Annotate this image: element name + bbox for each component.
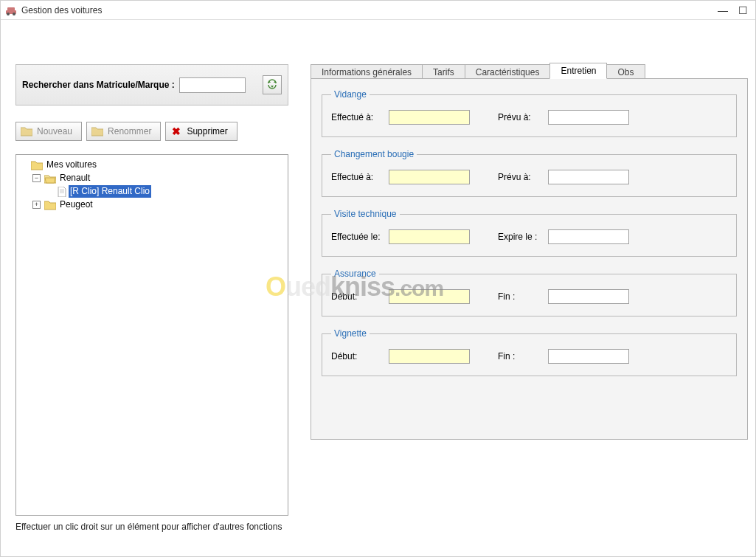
vidange-prevu-input[interactable] [548, 110, 629, 125]
rename-button[interactable]: Renommer [86, 122, 161, 141]
assurance-debut-input[interactable] [389, 289, 470, 304]
tab-info[interactable]: Informations générales [311, 64, 423, 79]
new-button[interactable]: Nouveau [15, 122, 82, 141]
tree-root[interactable]: Mes voitures [19, 159, 98, 171]
maximize-button[interactable]: ☐ [738, 4, 748, 16]
bougie-effectue-input[interactable] [389, 170, 470, 184]
field-label: Fin : [498, 291, 542, 302]
car-tree[interactable]: Mes voitures − Renault [15, 154, 288, 516]
field-label: Effectué à: [331, 172, 383, 182]
field-label: Fin : [498, 351, 542, 361]
vidange-effectue-input[interactable] [389, 110, 470, 125]
legend: Visite technique [331, 209, 400, 219]
delete-x-icon: ✖ [170, 125, 182, 137]
folder-open-icon [44, 173, 56, 184]
visite-expire-input[interactable] [548, 229, 629, 244]
search-label: Rechercher dans Matricule/Marque : [22, 80, 175, 90]
titlebar-left: Gestion des voitures [5, 4, 102, 16]
tab-entretien-body: Vidange Effectué à: Prévu à: Changement … [311, 78, 748, 440]
refresh-button[interactable] [263, 75, 282, 94]
field-label: Début: [331, 291, 383, 302]
tree-label: Peugeot [58, 198, 94, 211]
tab-tarifs[interactable]: Tarifs [422, 64, 465, 79]
left-panel: Rechercher dans Matricule/Marque : Nouve… [15, 64, 288, 549]
group-vignette: Vignette Début: Fin : [322, 328, 737, 376]
svg-rect-1 [7, 7, 15, 11]
tree-node-renault[interactable]: − Renault [32, 172, 91, 184]
tree-node-peugeot[interactable]: + Peugeot [32, 198, 94, 211]
window-controls: — ☐ [718, 4, 751, 16]
field-label: Effectué à: [331, 112, 383, 122]
right-panel: Informations générales Tarifs Caractéris… [311, 63, 748, 549]
tree-label: Renault [58, 172, 91, 184]
collapse-icon[interactable]: − [32, 174, 41, 182]
tree-label: [R Clio] Renault Clio [69, 185, 151, 198]
expand-icon[interactable]: + [32, 201, 41, 209]
legend: Vignette [331, 328, 370, 339]
tabs: Informations générales Tarifs Caractéris… [311, 63, 748, 79]
tab-entretien[interactable]: Entretien [549, 63, 607, 79]
vignette-debut-input[interactable] [389, 349, 470, 364]
footer-hint: Effectuer un clic droit sur un élément p… [15, 522, 288, 532]
delete-button[interactable]: ✖ Supprimer [165, 122, 237, 141]
visite-effectuee-input[interactable] [389, 229, 470, 244]
window-title: Gestion des voitures [21, 5, 102, 15]
field-label: Effectuée le: [331, 232, 383, 242]
assurance-fin-input[interactable] [548, 289, 629, 304]
toolbar: Nouveau Renommer ✖ Supprimer [15, 122, 288, 141]
legend: Assurance [331, 269, 379, 279]
folder-icon [44, 200, 56, 210]
field-label: Prévu à: [498, 172, 542, 182]
app-icon [5, 4, 17, 16]
folder-icon [91, 126, 103, 136]
field-label: Prévu à: [498, 112, 542, 122]
folder-icon [21, 126, 32, 136]
vignette-fin-input[interactable] [548, 349, 629, 364]
group-vidange: Vidange Effectué à: Prévu à: [322, 89, 737, 137]
tab-obs[interactable]: Obs [606, 64, 645, 79]
titlebar: Gestion des voitures — ☐ [1, 1, 755, 20]
recycle-icon [266, 78, 278, 92]
minimize-button[interactable]: — [718, 4, 728, 16]
folder-icon [31, 160, 43, 170]
field-label: Expire le : [498, 232, 542, 242]
file-icon [58, 187, 66, 197]
tree-leaf-clio[interactable]: [R Clio] Renault Clio [46, 185, 151, 198]
tab-caracteristiques[interactable]: Caractéristiques [465, 64, 551, 79]
legend: Changement bougie [331, 149, 417, 159]
svg-point-2 [7, 13, 10, 15]
client-area: Rechercher dans Matricule/Marque : Nouve… [1, 20, 755, 556]
delete-label: Supprimer [187, 126, 227, 136]
rename-label: Renommer [108, 126, 151, 136]
bougie-prevu-input[interactable] [548, 170, 629, 184]
field-label: Début: [331, 351, 383, 361]
search-box: Rechercher dans Matricule/Marque : [15, 64, 288, 105]
search-input[interactable] [179, 77, 246, 93]
group-assurance: Assurance Début: Fin : [322, 269, 737, 316]
group-visite: Visite technique Effectuée le: Expire le… [322, 209, 737, 257]
new-label: Nouveau [37, 126, 72, 136]
app-window: Gestion des voitures — ☐ Rechercher dans… [0, 0, 756, 557]
legend: Vidange [331, 89, 370, 100]
tree-label: Mes voitures [45, 159, 98, 171]
svg-point-3 [13, 13, 15, 15]
group-bougie: Changement bougie Effectué à: Prévu à: [322, 149, 737, 197]
